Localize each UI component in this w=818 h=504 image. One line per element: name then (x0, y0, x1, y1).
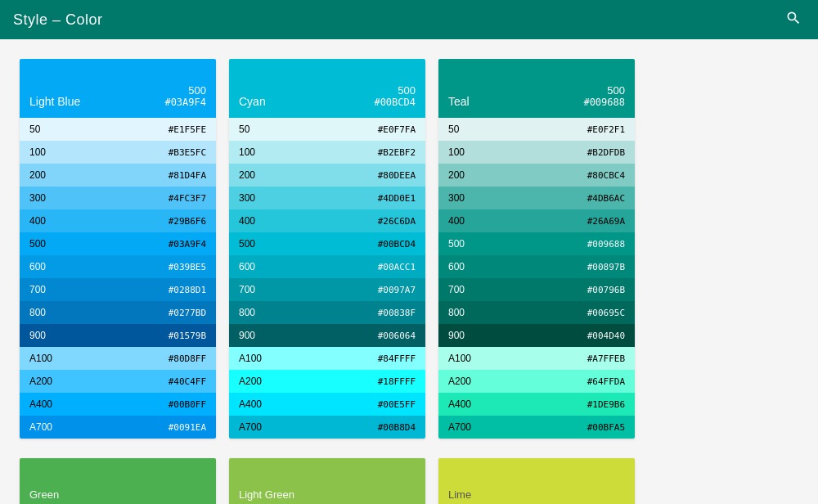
color-row[interactable]: 600#039BE5 (20, 255, 216, 278)
hex-value: #80DEEA (378, 170, 416, 181)
hex-value: #E0F2F1 (587, 124, 625, 135)
color-row[interactable]: 100#B3E5FC (20, 141, 216, 164)
color-row[interactable]: 900#004D40 (438, 324, 635, 347)
color-row[interactable]: 700#0097A7 (229, 278, 425, 301)
shade-label: 500 (29, 238, 46, 250)
hex-value: #18FFFF (378, 376, 416, 387)
hex-value: #0288D1 (169, 285, 206, 295)
color-row[interactable]: 200#81D4FA (20, 164, 216, 187)
color-row[interactable]: A700#00BFA5 (438, 416, 635, 439)
shade-label: A400 (239, 398, 262, 410)
shade-label: A700 (29, 421, 52, 433)
color-name: Teal (448, 95, 470, 108)
color-card-header: Light Blue500#03A9F4 (20, 59, 216, 118)
color-row[interactable]: 700#0288D1 (20, 278, 216, 301)
color-row[interactable]: 600#00ACC1 (229, 255, 425, 278)
color-card-teal: Teal500#00968850#E0F2F1100#B2DFDB200#80C… (438, 59, 635, 439)
shade-label: 900 (239, 330, 255, 341)
color-row[interactable]: A400#00E5FF (229, 393, 425, 416)
color-card-cyan: Cyan500#00BCD450#E0F7FA100#B2EBF2200#80D… (229, 59, 425, 439)
color-row[interactable]: 300#4FC3F7 (20, 187, 216, 209)
shade-label: 300 (29, 192, 46, 204)
color-row[interactable]: 50#E0F2F1 (438, 118, 635, 141)
hex-value: #0277BD (169, 308, 206, 318)
color-grid: Light Blue500#03A9F450#E1F5FE100#B3E5FC2… (0, 39, 818, 458)
color-row[interactable]: 100#B2DFDB (438, 141, 635, 164)
hex-value: #84FFFF (378, 353, 416, 364)
color-row[interactable]: 700#00796B (438, 278, 635, 301)
hex-value: #00897B (587, 262, 625, 272)
color-row[interactable]: 200#80CBC4 (438, 164, 635, 187)
color-row[interactable]: 500#00BCD4 (229, 232, 425, 255)
hex-value: #03A9F4 (169, 239, 206, 250)
bottom-color-card[interactable]: Green (20, 458, 216, 504)
hex-value: #81D4FA (169, 170, 206, 181)
color-name: Cyan (239, 95, 266, 108)
color-row[interactable]: 300#4DB6AC (438, 187, 635, 209)
color-row[interactable]: A700#0091EA (20, 416, 216, 439)
color-row[interactable]: 900#006064 (229, 324, 425, 347)
shade-label: 400 (239, 215, 255, 227)
hex-value: #00BCD4 (378, 239, 416, 250)
color-row[interactable]: 50#E1F5FE (20, 118, 216, 141)
hex-value: #1DE9B6 (587, 399, 625, 410)
shade-label: 50 (448, 124, 459, 135)
color-row[interactable]: 500#009688 (438, 232, 635, 255)
color-row[interactable]: 800#0277BD (20, 301, 216, 324)
hex-value: #26A69A (587, 216, 625, 227)
color-row[interactable]: 600#00897B (438, 255, 635, 278)
shade-label: 900 (29, 330, 46, 341)
color-row[interactable]: A100#A7FFEB (438, 347, 635, 370)
hex-value: #80CBC4 (587, 170, 625, 181)
header-shade: 500 (583, 84, 625, 97)
color-row[interactable]: A100#84FFFF (229, 347, 425, 370)
shade-label: 600 (448, 261, 465, 272)
color-row[interactable]: A200#40C4FF (20, 370, 216, 393)
color-row[interactable]: 100#B2EBF2 (229, 141, 425, 164)
color-row[interactable]: A200#18FFFF (229, 370, 425, 393)
shade-label: 700 (239, 284, 255, 295)
hex-value: #B2EBF2 (378, 147, 416, 158)
shade-label: A200 (29, 376, 52, 387)
color-row[interactable]: A400#00B0FF (20, 393, 216, 416)
color-row[interactable]: A100#80D8FF (20, 347, 216, 370)
color-row[interactable]: 300#4DD0E1 (229, 187, 425, 209)
shade-label: 500 (448, 238, 465, 250)
bottom-color-card[interactable]: Lime (438, 458, 635, 504)
header-shade: 500 (374, 84, 416, 97)
shade-label: 800 (448, 307, 465, 318)
shade-label: A200 (448, 376, 471, 387)
color-row[interactable]: 50#E0F7FA (229, 118, 425, 141)
color-row[interactable]: 200#80DEEA (229, 164, 425, 187)
header-shade: 500 (164, 84, 206, 97)
shade-label: 100 (239, 146, 255, 158)
hex-value: #40C4FF (169, 376, 206, 387)
shade-label: 100 (448, 146, 465, 158)
shade-label: 800 (29, 307, 46, 318)
shade-label: A100 (29, 353, 52, 364)
color-row[interactable]: A200#64FFDA (438, 370, 635, 393)
shade-label: 50 (239, 124, 249, 135)
hex-value: #00BFA5 (587, 422, 625, 433)
hex-value: #0097A7 (378, 285, 416, 295)
color-row[interactable]: 900#01579B (20, 324, 216, 347)
search-icon[interactable] (782, 7, 805, 33)
color-row[interactable]: 400#29B6F6 (20, 209, 216, 232)
color-row[interactable]: 800#00838F (229, 301, 425, 324)
color-row[interactable]: 400#26A69A (438, 209, 635, 232)
shade-label: 300 (239, 192, 255, 204)
hex-value: #00695C (587, 308, 625, 318)
color-row[interactable]: 800#00695C (438, 301, 635, 324)
bottom-color-card[interactable]: Light Green (229, 458, 425, 504)
hex-value: #00838F (378, 308, 416, 318)
shade-label: A100 (448, 353, 471, 364)
shade-label: A400 (448, 398, 471, 410)
hex-value: #80D8FF (169, 353, 206, 364)
color-row[interactable]: A700#00B8D4 (229, 416, 425, 439)
color-row[interactable]: A400#1DE9B6 (438, 393, 635, 416)
hex-value: #29B6F6 (169, 216, 206, 227)
shade-label: 600 (29, 261, 46, 272)
hex-value: #00B8D4 (378, 422, 416, 433)
color-row[interactable]: 400#26C6DA (229, 209, 425, 232)
color-row[interactable]: 500#03A9F4 (20, 232, 216, 255)
